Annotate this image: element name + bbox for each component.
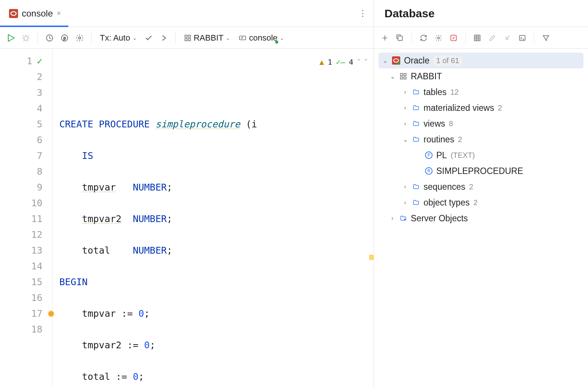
- typo-icon: ✓̶: [336, 54, 345, 70]
- gutter: 1✓ 2 3 4 5 6 7 8 9 10 11 12 13 14 15 16 …: [0, 49, 53, 387]
- tree-routine-pl[interactable]: P PL(TEXT): [378, 147, 583, 163]
- svg-rect-0: [9, 9, 18, 18]
- svg-rect-18: [520, 35, 525, 40]
- preview-icon[interactable]: p: [59, 32, 70, 44]
- editor-toolbar: p Tx: Auto ⌄ RABBIT ⌄ console ⌄: [0, 27, 374, 49]
- run-icon[interactable]: [5, 32, 17, 44]
- warning-icon: ▲: [320, 54, 324, 70]
- filter-icon[interactable]: [540, 32, 552, 44]
- edit-icon[interactable]: [487, 32, 498, 44]
- gear-icon[interactable]: [433, 32, 444, 44]
- oracle-icon: [392, 56, 400, 65]
- console-icon[interactable]: [517, 32, 528, 44]
- add-icon[interactable]: [379, 32, 390, 44]
- tx-mode-dropdown[interactable]: Tx: Auto ⌄: [98, 33, 139, 43]
- folder-icon: [412, 120, 420, 127]
- chevron-down-icon[interactable]: ˅: [364, 54, 368, 70]
- gear-icon[interactable]: [74, 32, 85, 44]
- routine-icon: R: [425, 167, 433, 175]
- tree-folder-matviews[interactable]: › materialized views2: [378, 100, 583, 116]
- history-icon[interactable]: [44, 32, 55, 44]
- jump-icon[interactable]: [502, 32, 513, 44]
- chevron-up-icon[interactable]: ˄: [357, 54, 360, 70]
- table-icon[interactable]: [472, 32, 483, 44]
- svg-rect-23: [404, 74, 406, 76]
- tab-title: console: [22, 8, 53, 19]
- schema-dropdown[interactable]: RABBIT ⌄: [182, 33, 232, 43]
- oracle-icon: [9, 9, 18, 18]
- tree-folder-sequences[interactable]: › sequences2: [378, 179, 583, 195]
- svg-point-3: [24, 36, 28, 40]
- tree-server-objects[interactable]: › Server Objects: [378, 210, 583, 226]
- stop-icon[interactable]: [448, 32, 459, 44]
- tree-schema-rabbit[interactable]: ⌄ RABBIT: [378, 68, 583, 84]
- rollback-icon[interactable]: [158, 32, 169, 44]
- svg-rect-10: [185, 38, 187, 41]
- inspection-widget[interactable]: ▲1 ✓̶4 ˄ ˅: [320, 54, 368, 70]
- svg-rect-8: [185, 35, 187, 37]
- tree-folder-tables[interactable]: › tables12: [378, 84, 583, 100]
- tree-folder-views[interactable]: › views8: [378, 116, 583, 132]
- svg-rect-11: [188, 38, 190, 41]
- svg-text:R: R: [427, 168, 430, 174]
- svg-text:p: p: [63, 35, 66, 40]
- svg-rect-25: [404, 77, 406, 79]
- kebab-icon[interactable]: ⋮: [359, 9, 374, 18]
- database-panel-title: Database: [374, 0, 588, 27]
- code-editor[interactable]: 1✓ 2 3 4 5 6 7 8 9 10 11 12 13 14 15 16 …: [0, 49, 374, 387]
- tree-folder-routines[interactable]: ⌄ routines2: [378, 132, 583, 147]
- svg-point-15: [438, 37, 440, 39]
- folder-icon: [412, 199, 420, 206]
- duplicate-icon[interactable]: [394, 32, 406, 44]
- folder-icon: [412, 104, 420, 111]
- refresh-icon[interactable]: [418, 32, 429, 44]
- session-dropdown[interactable]: console ⌄: [236, 33, 286, 43]
- commit-icon[interactable]: [143, 32, 154, 44]
- svg-point-13: [275, 41, 278, 44]
- warning-stripe[interactable]: [369, 255, 374, 260]
- code-area[interactable]: ▲1 ✓̶4 ˄ ˅ CREATE PROCEDURE simpleproced…: [53, 49, 374, 387]
- schema-icon: [400, 73, 407, 80]
- folder-icon: [412, 136, 420, 143]
- tree-datasource-oracle[interactable]: ⌄ Oracle 1 of 61: [378, 53, 583, 68]
- svg-rect-9: [188, 35, 190, 37]
- svg-text:P: P: [427, 153, 430, 158]
- svg-marker-2: [8, 35, 14, 41]
- debug-icon[interactable]: [20, 32, 32, 44]
- tab-console[interactable]: console ×: [0, 0, 68, 27]
- svg-point-7: [78, 37, 81, 39]
- folder-icon: [412, 89, 420, 95]
- editor-tab-bar: console × ⋮: [0, 0, 374, 27]
- svg-rect-17: [475, 35, 480, 41]
- svg-rect-24: [401, 77, 403, 79]
- tree-folder-objtypes[interactable]: › object types2: [378, 195, 583, 210]
- procedure-icon: P: [425, 151, 433, 159]
- server-objects-icon: [400, 215, 407, 222]
- svg-rect-22: [401, 74, 403, 76]
- database-toolbar: [374, 27, 588, 49]
- check-icon: ✓: [37, 53, 42, 69]
- svg-rect-14: [398, 36, 403, 41]
- folder-icon: [412, 183, 420, 190]
- tree-routine-simpleprocedure[interactable]: R SIMPLEPROCEDURE: [378, 163, 583, 179]
- close-icon[interactable]: ×: [57, 9, 61, 18]
- database-tree: ⌄ Oracle 1 of 61 ⌄ RABBIT › tables12 › m…: [374, 49, 588, 387]
